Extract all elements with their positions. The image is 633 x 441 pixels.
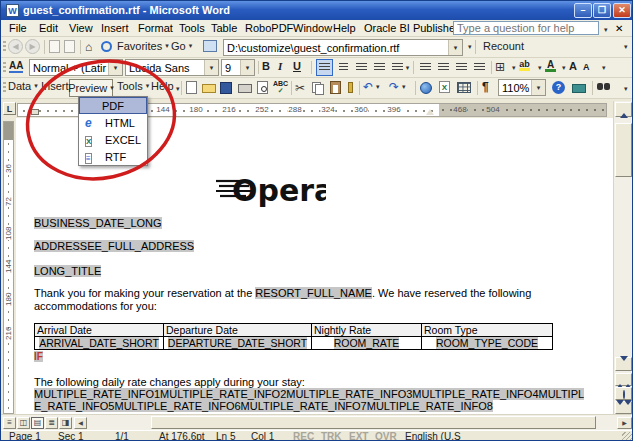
menu-help[interactable]: Help [333, 21, 356, 36]
field-room-rate[interactable]: ROOM_RATE [334, 337, 400, 349]
insert-excel-icon[interactable]: X [439, 81, 450, 93]
status-ext-toggle[interactable]: EXT [349, 431, 368, 441]
help-menu-button[interactable]: Help [151, 80, 174, 92]
field-departure-date[interactable]: DEPARTURE_DATE_SHORT [168, 337, 307, 349]
zoom-combobox[interactable]: 110% ▾ [498, 79, 546, 96]
chevron-down-icon[interactable]: ▾ [240, 60, 254, 75]
scrollbar-thumb[interactable] [151, 416, 596, 429]
font-size-combobox[interactable]: 9 ▾ [221, 59, 255, 76]
underline-button[interactable]: U [293, 60, 301, 72]
forward-button[interactable]: ▶ [25, 39, 40, 54]
question-dropdown-icon[interactable]: ▾ [604, 22, 608, 37]
scroll-right-button[interactable]: ▶ [617, 417, 632, 429]
redo-button[interactable]: ↷▾ [389, 80, 406, 94]
numbering-button[interactable] [417, 59, 434, 76]
scroll-left-button[interactable]: ◀ [74, 417, 87, 429]
menu-oracle-bi-publisher[interactable]: Oracle BI Publisher [364, 21, 459, 36]
borders-button[interactable]: ⊞ [495, 60, 505, 74]
toolbar-grip[interactable] [3, 41, 6, 53]
italic-button[interactable]: I [278, 60, 282, 72]
reading-view-button[interactable]: ◨ [59, 417, 72, 429]
field-addressee-address[interactable]: ADDRESSEE_FULL_ADDRESS [34, 240, 194, 252]
print-preview-icon[interactable] [257, 81, 268, 94]
chevron-down-icon[interactable]: ▾ [562, 64, 566, 72]
menu-item-rtf[interactable]: ≡ RTF [79, 148, 147, 165]
menu-table[interactable]: Table [211, 21, 237, 36]
toolbar-grip[interactable] [3, 62, 6, 73]
field-if-marker[interactable]: IF [34, 351, 43, 362]
close-button[interactable]: ✕ [613, 3, 631, 18]
chevron-down-icon[interactable]: ▾ [108, 60, 122, 75]
refresh-icon[interactable] [64, 40, 75, 53]
menu-format[interactable]: Format [138, 21, 173, 36]
align-right-button[interactable] [353, 59, 370, 76]
previous-page-button[interactable] [615, 373, 632, 386]
toolbar-options-icon[interactable]: ▾ [176, 85, 180, 93]
field-multiple-rate-info-line2[interactable]: E_RATE_INFO5MULTIPLE_RATE_INFO6MULTIPLE_… [34, 400, 493, 412]
select-browse-object-button[interactable] [615, 387, 632, 400]
toolbar-overflow-icon[interactable]: ▾ [602, 64, 606, 72]
menu-insert[interactable]: Insert [101, 21, 129, 36]
outline-view-button[interactable]: ≣ [45, 417, 58, 429]
menu-tools[interactable]: Tools [179, 21, 205, 36]
toolbar-overflow-icon[interactable]: ▾ [624, 43, 628, 51]
minimize-button[interactable]: – [574, 3, 592, 18]
preview-menu-button[interactable]: Preview▾ [69, 79, 113, 97]
toolbar-grip[interactable] [3, 82, 6, 94]
align-left-button[interactable] [316, 59, 333, 76]
undo-button[interactable]: ↶▾ [363, 80, 380, 94]
shrink-font-button[interactable]: A [583, 62, 590, 72]
field-multiple-rate-info-line1[interactable]: MULTIPLE_RATE_INFO1MULTIPLE_RATE_INFO2MU… [34, 388, 584, 400]
tab-stop-selector[interactable]: L [3, 102, 16, 115]
field-long-title[interactable]: LONG_TITLE [34, 265, 101, 277]
field-business-date[interactable]: BUSINESS_DATE_LONG [34, 217, 162, 229]
toolbar-options-icon[interactable]: ▾ [468, 43, 472, 51]
menu-file[interactable]: File [9, 21, 27, 36]
right-indent-marker[interactable] [426, 109, 434, 115]
menu-item-excel[interactable]: X EXCEL [79, 131, 147, 148]
start-page-home-icon[interactable]: ⌂ [85, 40, 92, 54]
print-layout-view-button[interactable]: ▤ [31, 417, 44, 429]
indent-marker[interactable] [31, 109, 39, 115]
close-document-button[interactable]: ✕ [615, 21, 623, 36]
decrease-indent-button[interactable] [453, 59, 470, 76]
show-web-toolbar-icon[interactable] [203, 40, 217, 52]
question-for-help-input[interactable] [453, 21, 599, 35]
menu-window[interactable]: Window [293, 21, 332, 36]
style-combobox[interactable]: Normal + (Latir ▾ [29, 59, 123, 76]
field-room-type-code[interactable]: ROOM_TYPE_CODE [436, 337, 538, 349]
menu-item-pdf[interactable]: PDF [79, 97, 147, 114]
help-icon[interactable]: ? [552, 81, 565, 94]
styles-and-formatting-icon[interactable]: AA [9, 60, 23, 73]
chevron-down-icon[interactable]: ▾ [531, 80, 545, 95]
status-rec-toggle[interactable]: REC [293, 431, 314, 441]
bullets-button[interactable] [435, 59, 452, 76]
stop-jump-icon[interactable] [49, 40, 60, 53]
rates-table[interactable]: Arrival Date Departure Date Nightly Rate… [34, 323, 553, 350]
scroll-up-button[interactable] [615, 102, 632, 117]
open-icon[interactable] [202, 84, 216, 93]
status-ovr-toggle[interactable]: OVR [375, 431, 397, 441]
normal-view-button[interactable]: ≡ [3, 417, 16, 429]
data-menu-button[interactable]: Data▾ [8, 80, 38, 92]
maximize-button[interactable]: ❐ [593, 3, 611, 18]
favorites-button[interactable]: Favorites ▾ [117, 40, 169, 52]
vertical-scrollbar[interactable] [613, 101, 632, 414]
status-trk-toggle[interactable]: TRK [321, 431, 342, 441]
chevron-down-icon[interactable]: ▾ [512, 64, 516, 72]
insert-hyperlink-icon[interactable] [420, 82, 432, 94]
font-color-button[interactable]: A [545, 59, 556, 72]
cut-icon[interactable]: ✂ [295, 81, 305, 95]
menu-view[interactable]: View [69, 21, 93, 36]
menu-robopdf[interactable]: RoboPDF [245, 21, 293, 36]
menu-edit[interactable]: Edit [39, 21, 58, 36]
grow-font-button[interactable]: A [569, 60, 577, 72]
print-icon[interactable] [238, 84, 252, 93]
tools-menu-button[interactable]: Tools▾ [117, 80, 149, 92]
next-page-button[interactable] [615, 401, 632, 414]
scrollbar-thumb[interactable] [615, 123, 632, 177]
font-combobox[interactable]: Lucida Sans ▾ [125, 59, 219, 76]
format-painter-icon[interactable] [348, 82, 353, 93]
toolbar-overflow-icon[interactable]: ▾ [624, 85, 628, 93]
show-hide-pilcrow-button[interactable]: ¶ [482, 80, 489, 94]
